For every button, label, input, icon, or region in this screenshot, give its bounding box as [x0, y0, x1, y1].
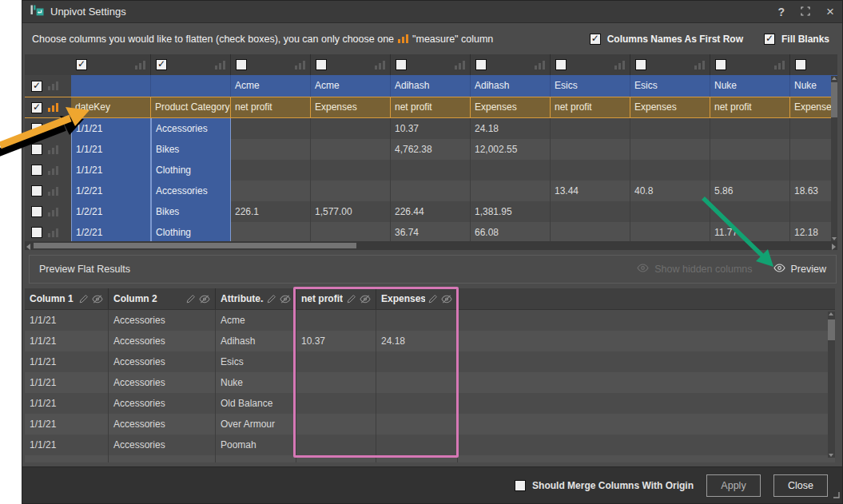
results-cell	[376, 435, 458, 455]
results-column-name: net profit	[301, 293, 343, 304]
check-mark: ✓	[33, 102, 41, 112]
column-select-checkbox[interactable]	[316, 59, 327, 70]
flatten-cell: 24.18	[471, 118, 551, 139]
fill-blanks-checkbox-box[interactable]: ✓	[764, 34, 775, 45]
column-select-checkbox[interactable]	[795, 59, 806, 70]
flatten-data-row: 1/1/21Clothing	[25, 160, 837, 181]
maximize-button[interactable]	[801, 6, 810, 18]
hide-column-eye-slash-icon[interactable]	[280, 295, 291, 304]
scroll-thumb[interactable]	[34, 243, 356, 248]
check-mark: ✓	[591, 34, 599, 43]
column-select-checkbox[interactable]	[475, 59, 487, 70]
close-window-button[interactable]: ×	[826, 5, 834, 18]
flatten-cell	[311, 160, 391, 181]
flatten-cell: 1/2/21	[71, 181, 151, 201]
flatten-column-header-3[interactable]	[311, 54, 391, 75]
results-cell: 1/1/21	[25, 393, 109, 414]
rename-pencil-icon[interactable]	[428, 294, 438, 304]
flatten-cell	[551, 160, 630, 181]
results-table-vertical-scrollbar[interactable]	[828, 312, 835, 458]
bar-chart-icon	[455, 61, 465, 69]
scroll-up-arrow[interactable]	[832, 77, 837, 80]
resize-grip[interactable]	[833, 490, 840, 501]
results-cell	[296, 372, 376, 393]
measure-bars-icon	[398, 34, 408, 43]
apply-button[interactable]: Apply	[706, 474, 761, 497]
check-mark: ✓	[765, 34, 773, 43]
row-select-checkbox[interactable]	[31, 144, 42, 155]
row-select-checkbox[interactable]	[31, 165, 42, 176]
flatten-cell	[151, 75, 231, 97]
row-select-checkbox[interactable]: ✓	[31, 102, 42, 113]
flatten-cell: 12,002.55	[471, 139, 551, 160]
flatten-column-header-2[interactable]	[231, 54, 311, 75]
flatten-cell: 226.44	[391, 201, 471, 222]
results-cell: Accessories	[109, 372, 216, 393]
row-select-checkbox[interactable]	[31, 227, 42, 238]
column-select-checkbox[interactable]	[635, 59, 646, 70]
flatten-cell: Expenses	[630, 97, 710, 117]
show-hidden-columns-button[interactable]: Show hidden columns	[637, 264, 752, 275]
results-header-filler	[458, 288, 835, 309]
results-row: 1/1/21AccessoriesAdihash10.3724.18	[25, 331, 835, 351]
fill-blanks-checkbox[interactable]: ✓ Fill Blanks	[764, 34, 829, 45]
results-header-row: Column 1Column 2Attribute...net profitEx…	[25, 288, 835, 310]
column-select-checkbox[interactable]	[396, 59, 407, 70]
columns-names-checkbox-box[interactable]: ✓	[590, 34, 601, 45]
rename-pencil-icon[interactable]	[347, 294, 356, 304]
flatten-cell: Acme	[311, 75, 391, 97]
flatten-column-header-8[interactable]	[710, 54, 790, 75]
flatten-cell: 66.08	[471, 222, 551, 243]
column-select-checkbox[interactable]	[555, 59, 567, 70]
flatten-cell	[231, 181, 311, 201]
hide-column-eye-slash-icon[interactable]	[199, 295, 210, 304]
rename-pencil-icon[interactable]	[79, 294, 89, 304]
results-cell	[296, 393, 376, 414]
row-select-checkbox[interactable]	[31, 123, 42, 134]
flatten-column-header-9[interactable]	[790, 54, 837, 75]
rename-pencil-icon[interactable]	[267, 294, 276, 304]
hide-column-eye-slash-icon[interactable]	[360, 295, 371, 304]
row-select-checkbox[interactable]	[31, 206, 42, 217]
flatten-cell: 13.44	[551, 181, 630, 201]
column-select-checkbox[interactable]	[236, 59, 247, 70]
preview-button[interactable]: Preview	[773, 264, 826, 275]
bar-chart-icon	[48, 145, 58, 154]
flatten-column-header-6[interactable]	[551, 54, 630, 75]
should-merge-checkbox-box[interactable]	[515, 480, 526, 491]
scroll-left-arrow[interactable]	[26, 244, 30, 250]
row-select-checkbox[interactable]	[31, 185, 42, 196]
results-cell: Acme	[216, 310, 296, 331]
close-button[interactable]: Close	[773, 474, 828, 497]
scroll-up-arrow[interactable]	[829, 312, 833, 315]
scroll-down-arrow[interactable]	[829, 454, 833, 457]
hide-column-eye-slash-icon[interactable]	[92, 295, 103, 304]
help-button[interactable]: ?	[778, 6, 785, 18]
flatten-column-header-1[interactable]: ✓	[151, 54, 231, 75]
column-select-checkbox[interactable]	[715, 59, 726, 70]
results-row: 1/1/21AccessoriesNuke	[25, 372, 835, 393]
column-select-checkbox[interactable]: ✓	[76, 59, 87, 70]
scroll-thumb[interactable]	[831, 82, 837, 117]
flatten-column-header-5[interactable]	[471, 54, 551, 75]
flatten-table-vertical-scrollbar[interactable]	[831, 76, 837, 241]
rename-pencil-icon[interactable]	[186, 294, 196, 304]
flatten-table-horizontal-scrollbar[interactable]	[25, 241, 837, 250]
results-cell	[376, 310, 458, 331]
flatten-cell: 4,762.38	[391, 139, 471, 160]
results-cell	[376, 351, 458, 372]
scroll-thumb[interactable]	[828, 319, 835, 340]
scroll-down-arrow[interactable]	[832, 237, 837, 240]
hide-column-eye-slash-icon[interactable]	[441, 295, 452, 304]
flatten-cell: 1/2/21	[71, 222, 151, 243]
should-merge-columns-checkbox[interactable]: Should Merge Columns With Origin	[515, 480, 694, 491]
results-cell: Accessories	[109, 393, 216, 414]
scroll-right-arrow[interactable]	[832, 244, 836, 250]
results-column-header-0: Column 1	[25, 288, 109, 309]
row-select-checkbox[interactable]: ✓	[31, 81, 42, 92]
flatten-column-header-4[interactable]	[391, 54, 471, 75]
flatten-column-header-0[interactable]: ✓	[71, 54, 151, 75]
flatten-column-header-7[interactable]	[630, 54, 710, 75]
columns-names-as-first-row-checkbox[interactable]: ✓ Columns Names As First Row	[590, 34, 743, 45]
column-select-checkbox[interactable]: ✓	[156, 59, 167, 70]
